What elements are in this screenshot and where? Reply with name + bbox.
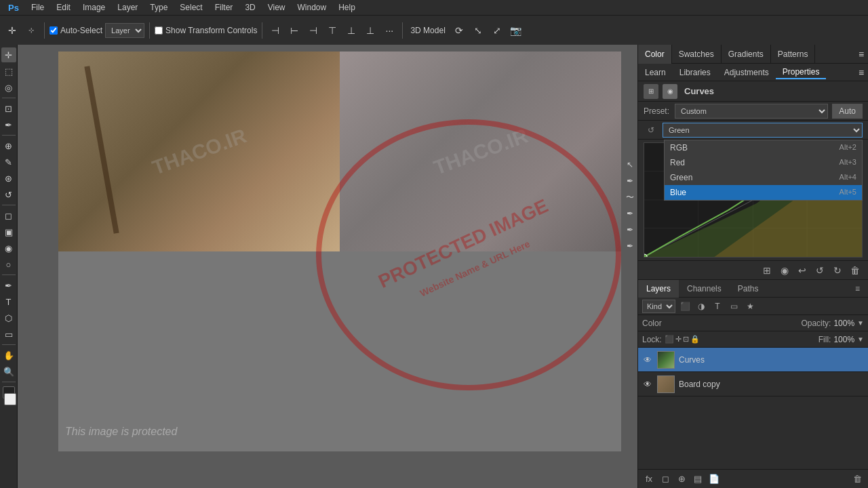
panel-collapse-btn[interactable]: ≡ bbox=[854, 45, 868, 64]
delete-layer-btn[interactable]: 🗑 bbox=[850, 472, 864, 486]
align-mid-btn[interactable]: ⊥ bbox=[343, 22, 359, 39]
stamp-tool[interactable]: ⊛ bbox=[1, 171, 16, 186]
zoom-tool[interactable]: 🔍 bbox=[1, 364, 16, 379]
curve-tool-pencil[interactable]: ✒ bbox=[623, 174, 637, 188]
history-brush[interactable]: ↺ bbox=[1, 187, 16, 202]
menu-select[interactable]: Select bbox=[174, 1, 208, 14]
tab-channels[interactable]: Channels bbox=[679, 280, 730, 298]
pen-tool[interactable]: ✒ bbox=[1, 278, 16, 293]
tab-learn[interactable]: Learn bbox=[638, 66, 673, 79]
align-top-btn[interactable]: ⊤ bbox=[324, 22, 340, 39]
menu-help[interactable]: Help bbox=[333, 1, 361, 14]
tab-paths[interactable]: Paths bbox=[730, 280, 767, 298]
lock-artboard-icon[interactable]: ⊡ bbox=[683, 335, 689, 344]
curve-tool-smooth[interactable]: 〜 bbox=[623, 190, 637, 205]
menu-file[interactable]: File bbox=[26, 1, 50, 14]
auto-select-toggle[interactable]: Auto-Select bbox=[50, 26, 102, 35]
text-tool[interactable]: T bbox=[1, 294, 16, 309]
add-adjustment-btn[interactable]: ⊕ bbox=[675, 472, 688, 486]
filter-pixel-btn[interactable]: ⬛ bbox=[678, 300, 692, 313]
lock-pixels-icon[interactable]: ⬛ bbox=[665, 335, 674, 344]
layers-panel-menu[interactable]: ≡ bbox=[847, 280, 868, 298]
3d-camera-btn[interactable]: 📷 bbox=[508, 22, 524, 39]
heal-tool[interactable]: ⊕ bbox=[1, 138, 16, 153]
menu-3d[interactable]: 3D bbox=[239, 1, 260, 14]
lock-position-icon[interactable]: ✛ bbox=[675, 335, 682, 344]
dropdown-item-red[interactable]: Red Alt+3 bbox=[665, 155, 862, 170]
align-bottom-btn[interactable]: ⊥ bbox=[362, 22, 378, 39]
align-center-btn[interactable]: ⊢ bbox=[286, 22, 302, 39]
brush-tool[interactable]: ✎ bbox=[1, 155, 16, 169]
move-tool[interactable]: ✛ bbox=[1, 47, 16, 62]
add-mask-btn[interactable]: ◻ bbox=[658, 472, 672, 486]
add-group-btn[interactable]: ▤ bbox=[691, 472, 705, 486]
curves-reset-btn[interactable]: ↩ bbox=[795, 263, 810, 278]
3d-scale-btn[interactable]: ⤢ bbox=[489, 22, 505, 39]
curves-action-2[interactable]: ◉ bbox=[777, 263, 792, 278]
fill-arrow[interactable]: ▼ bbox=[857, 336, 864, 343]
dropdown-item-rgb[interactable]: RGB Alt+2 bbox=[665, 140, 862, 155]
tab-layers[interactable]: Layers bbox=[638, 280, 679, 298]
gradient-tool[interactable]: ▣ bbox=[1, 224, 16, 239]
layer-item-curves[interactable]: 👁 Curves bbox=[638, 348, 868, 372]
dodge-tool[interactable]: ○ bbox=[1, 257, 16, 272]
menu-edit[interactable]: Edit bbox=[51, 1, 76, 14]
channel-reset-icon[interactable]: ↺ bbox=[644, 123, 658, 138]
crop-tool[interactable]: ⊡ bbox=[1, 101, 16, 116]
curves-action-1[interactable]: ⊞ bbox=[760, 263, 774, 278]
filter-smart-btn[interactable]: ★ bbox=[743, 300, 757, 313]
tab-libraries[interactable]: Libraries bbox=[673, 66, 717, 79]
eraser-tool[interactable]: ◻ bbox=[1, 208, 16, 223]
curve-tool-eyedropper[interactable]: ✒ bbox=[623, 206, 637, 221]
lasso-tool[interactable]: ◎ bbox=[1, 80, 16, 95]
tab-gradients[interactable]: Gradients bbox=[722, 45, 771, 64]
more-options-btn[interactable]: ··· bbox=[381, 22, 397, 39]
opacity-arrow[interactable]: ▼ bbox=[857, 319, 864, 327]
blur-tool[interactable]: ◉ bbox=[1, 241, 16, 256]
align-right-btn[interactable]: ⊣ bbox=[305, 22, 321, 39]
menu-window[interactable]: Window bbox=[292, 1, 332, 14]
layer-select[interactable]: Layer bbox=[105, 23, 144, 38]
add-style-btn[interactable]: fx bbox=[642, 472, 656, 486]
channel-dropdown[interactable]: RGB Alt+2 Red Alt+3 Green Alt+4 Blue Alt… bbox=[664, 140, 863, 201]
auto-button[interactable]: Auto bbox=[832, 104, 863, 119]
layer-visibility-curves[interactable]: 👁 bbox=[642, 354, 653, 365]
menu-image[interactable]: Image bbox=[77, 1, 111, 14]
select-tool[interactable]: ⬚ bbox=[1, 64, 16, 79]
tab-adjustments[interactable]: Adjustments bbox=[717, 66, 776, 79]
layer-item-board[interactable]: 👁 Board copy bbox=[638, 372, 868, 396]
channel-select[interactable]: Green bbox=[663, 123, 863, 138]
preset-select[interactable]: Custom bbox=[675, 104, 828, 119]
hand-tool[interactable]: ✋ bbox=[1, 348, 16, 363]
menu-view[interactable]: View bbox=[262, 1, 291, 14]
curves-undo-btn[interactable]: ↺ bbox=[812, 263, 827, 278]
filter-adjust-btn[interactable]: ◑ bbox=[694, 300, 708, 313]
curve-tool-pointer[interactable]: ↖ bbox=[623, 157, 637, 172]
align-left-btn[interactable]: ⊣ bbox=[267, 22, 283, 39]
tab-swatches[interactable]: Swatches bbox=[672, 45, 722, 64]
tab-color[interactable]: Color bbox=[638, 45, 672, 64]
path-tool[interactable]: ⬡ bbox=[1, 310, 16, 325]
curves-redo-btn[interactable]: ↻ bbox=[830, 263, 845, 278]
menu-type[interactable]: Type bbox=[144, 1, 173, 14]
move-tool-btn[interactable]: ✛ bbox=[4, 22, 20, 39]
3d-rotate-btn[interactable]: ⟳ bbox=[451, 22, 467, 39]
shape-tool[interactable]: ▭ bbox=[1, 327, 16, 342]
curve-tool-eyedropper3[interactable]: ✒ bbox=[623, 239, 637, 253]
show-transform-checkbox[interactable] bbox=[155, 26, 163, 35]
kind-select[interactable]: Kind bbox=[642, 300, 675, 313]
dropdown-item-blue[interactable]: Blue Alt+5 bbox=[665, 185, 862, 200]
show-transform-toggle[interactable]: Show Transform Controls bbox=[155, 26, 257, 35]
add-layer-btn[interactable]: 📄 bbox=[707, 472, 721, 486]
auto-select-checkbox[interactable] bbox=[50, 26, 58, 35]
filter-shape-btn[interactable]: ▭ bbox=[727, 300, 741, 313]
menu-filter[interactable]: Filter bbox=[210, 1, 239, 14]
curve-tool-eyedropper2[interactable]: ✒ bbox=[623, 222, 637, 237]
tab-patterns[interactable]: Patterns bbox=[771, 45, 816, 64]
layer-visibility-board[interactable]: 👁 bbox=[642, 379, 653, 390]
3d-move-btn[interactable]: ⤡ bbox=[470, 22, 486, 39]
lock-all-icon[interactable]: 🔒 bbox=[690, 335, 700, 344]
menu-layer[interactable]: Layer bbox=[112, 1, 143, 14]
curves-delete-btn[interactable]: 🗑 bbox=[848, 263, 863, 278]
eyedropper-tool[interactable]: ✒ bbox=[1, 117, 16, 132]
